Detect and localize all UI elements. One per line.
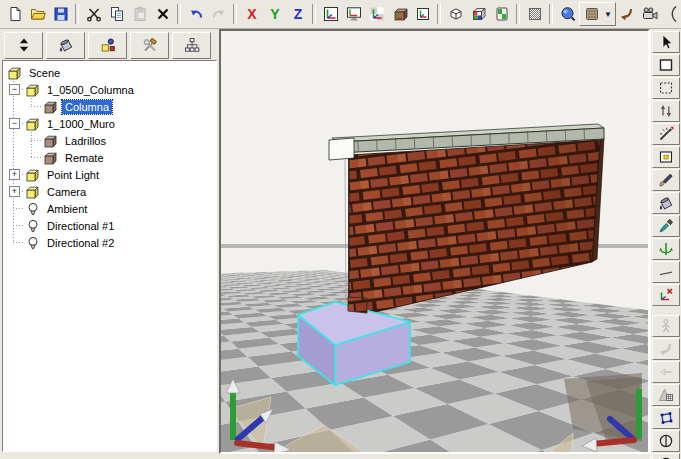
paint-bucket-icon [658,195,674,211]
region-button[interactable] [652,146,680,168]
chevron-down-icon[interactable]: ▼ [603,10,615,19]
axis-x-button[interactable]: X [240,2,263,26]
tree-expander-minus[interactable]: − [9,84,20,95]
material-dropdown-button[interactable]: ▼ [579,2,616,26]
tree-item-1-0500-columna[interactable]: 1_0500_Columna [25,81,137,98]
rotate-button[interactable] [652,238,680,260]
tree-expander-minus[interactable]: − [9,118,20,129]
open-button[interactable] [26,2,49,26]
view-screen-axes-button[interactable] [342,2,365,26]
tree-item-point-light[interactable]: Point Light [25,166,102,183]
tree-item-ambient[interactable]: Ambient [25,200,90,217]
display-wireframe-button[interactable] [444,2,467,26]
cut-button[interactable] [82,2,105,26]
axes-box-icon [323,6,339,22]
line-button[interactable] [652,261,680,283]
bend-button[interactable] [652,338,680,360]
display-solid-button[interactable] [490,2,513,26]
svg-text:X: X [247,6,257,22]
draw-rectangle-button[interactable] [652,54,680,76]
delete-button[interactable] [151,2,174,26]
copy-pages-icon [109,6,125,22]
circle-split-icon [658,433,674,449]
cube-textured-icon [494,6,510,22]
axis-z-button[interactable]: Z [286,2,309,26]
paintbrush-icon [658,172,674,188]
redo-arrow-icon [211,6,227,22]
svg-text:Z: Z [293,6,302,22]
render-grid-icon [658,387,674,403]
tree-item-label: 1_1000_Muro [44,117,118,131]
display-textured-button[interactable] [467,2,490,26]
tree-item-1-1000-muro[interactable]: 1_1000_Muro [25,115,118,132]
tree-expander-plus[interactable]: + [9,169,20,180]
tree-item-label: Directional #1 [44,219,117,233]
expand-collapse-button[interactable] [4,32,43,59]
toolbar-separator [437,4,441,24]
edit-points-button[interactable] [652,407,680,429]
swap-button[interactable] [652,100,680,122]
letter-y-icon: Y [267,6,283,22]
axis-y-button[interactable]: Y [263,2,286,26]
save-button[interactable] [49,2,72,26]
secondary-toolbar [0,29,219,59]
view-axes-button[interactable] [319,2,342,26]
curve-tool-button[interactable] [662,2,681,26]
figure-button[interactable] [652,315,680,337]
swap-arrows-icon [658,103,674,119]
copy-button[interactable] [105,2,128,26]
objects-boxes-icon [100,37,116,53]
tree-item-camera[interactable]: Camera [25,183,89,200]
magic-wand-button[interactable] [652,123,680,145]
toolbar-separator [549,4,553,24]
new-button[interactable] [3,2,26,26]
render-to-texture-button[interactable] [652,384,680,406]
boolean-intersect-button[interactable] [652,453,680,459]
toggle-grid-button[interactable] [523,2,546,26]
video-camera-icon [642,6,658,22]
tree-item-columna[interactable]: Columna [43,98,112,115]
tree-item-remate[interactable]: Remate [43,149,107,166]
view-cube-axes-button[interactable] [388,2,411,26]
delete-axes-button[interactable] [652,284,680,306]
fill-button[interactable] [652,192,680,214]
undo-button[interactable] [184,2,207,26]
scene-objects-button[interactable] [88,32,127,59]
viewport-3d[interactable] [221,31,648,452]
tree-expander-plus[interactable]: + [9,186,20,197]
tree-item-label: Camera [44,185,89,199]
tree-item-directional-1[interactable]: Directional #1 [25,217,117,234]
svg-text:Y: Y [270,6,280,22]
back-button[interactable] [652,361,680,383]
tools-button[interactable] [130,32,169,59]
hierarchy-button[interactable] [172,32,211,59]
undo-arrow-icon [188,6,204,22]
boolean-split-button[interactable] [652,430,680,452]
bulb-icon [25,201,41,217]
bend-arrow-icon [619,6,635,22]
camera-view-button[interactable] [639,2,662,26]
view-axes-small-button[interactable] [411,2,434,26]
scene-tree: Scene−1_0500_ColumnaColumna−1_1000_MuroL… [3,61,216,451]
bend-tool-button[interactable] [616,2,639,26]
toolbar-separator [75,4,79,24]
select-button[interactable] [652,31,680,53]
tree-item-label: Columna [62,100,112,114]
view-axes-transparent-button[interactable] [365,2,388,26]
material-button[interactable] [580,2,603,26]
select-marquee-button[interactable] [652,77,680,99]
render-button[interactable] [556,2,579,26]
box-brown-icon [43,150,59,166]
paint-button[interactable] [46,32,85,59]
arrow-left-icon [658,364,674,380]
paintbrush-button[interactable] [652,169,680,191]
tree-item-ladrillos[interactable]: Ladrillos [43,132,109,149]
magic-wand-icon [658,126,674,142]
redo-button[interactable] [207,2,230,26]
wall-through-notch [348,297,367,313]
tree-item-scene[interactable]: Scene [7,64,63,81]
tree-item-directional-2[interactable]: Directional #2 [25,234,117,251]
eyedropper-button[interactable] [652,215,680,237]
hierarchy-tree-icon [184,37,200,53]
paste-button[interactable] [128,2,151,26]
